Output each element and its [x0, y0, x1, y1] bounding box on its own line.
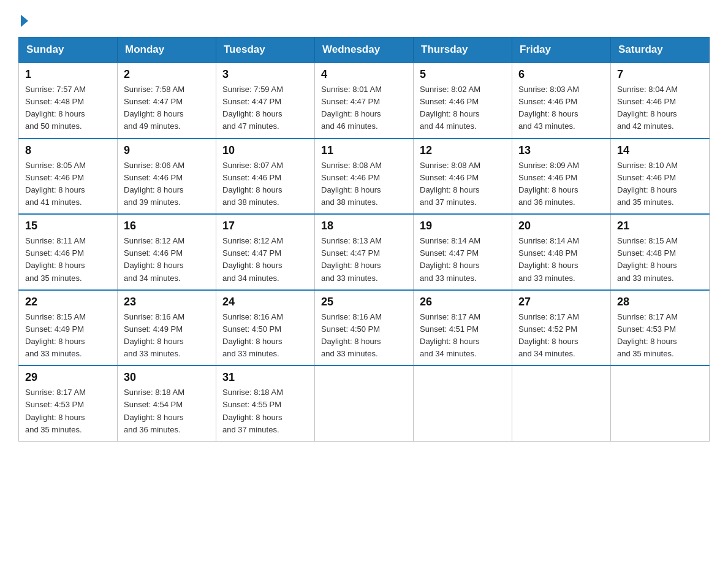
day-info: Sunrise: 8:14 AMSunset: 4:47 PMDaylight:…: [420, 235, 506, 285]
page-header: [18, 12, 710, 25]
header-thursday: Thursday: [414, 37, 512, 63]
day-info: Sunrise: 8:08 AMSunset: 4:46 PMDaylight:…: [420, 159, 506, 209]
calendar-cell: 30Sunrise: 8:18 AMSunset: 4:54 PMDayligh…: [118, 366, 216, 441]
calendar-cell: 6Sunrise: 8:03 AMSunset: 4:46 PMDaylight…: [512, 63, 611, 139]
day-info: Sunrise: 8:18 AMSunset: 4:55 PMDaylight:…: [222, 386, 308, 436]
day-number: 15: [25, 220, 111, 232]
day-info: Sunrise: 8:16 AMSunset: 4:50 PMDaylight:…: [222, 311, 308, 361]
calendar-cell: 1Sunrise: 7:57 AMSunset: 4:48 PMDaylight…: [19, 63, 118, 139]
calendar-cell: 29Sunrise: 8:17 AMSunset: 4:53 PMDayligh…: [19, 366, 118, 441]
day-number: 9: [124, 144, 210, 157]
calendar-header-row: SundayMondayTuesdayWednesdayThursdayFrid…: [19, 37, 710, 63]
calendar-cell: [315, 366, 414, 441]
day-number: 26: [420, 296, 506, 308]
day-info: Sunrise: 8:04 AMSunset: 4:46 PMDaylight:…: [617, 83, 703, 133]
day-number: 12: [420, 144, 506, 157]
calendar-cell: 23Sunrise: 8:16 AMSunset: 4:49 PMDayligh…: [118, 290, 216, 366]
calendar-cell: 22Sunrise: 8:15 AMSunset: 4:49 PMDayligh…: [19, 290, 118, 366]
day-number: 19: [420, 220, 506, 232]
day-info: Sunrise: 8:01 AMSunset: 4:47 PMDaylight:…: [321, 83, 407, 133]
calendar-cell: 17Sunrise: 8:12 AMSunset: 4:47 PMDayligh…: [216, 214, 315, 290]
day-info: Sunrise: 7:59 AMSunset: 4:47 PMDaylight:…: [222, 83, 308, 133]
day-number: 22: [25, 296, 111, 308]
header-friday: Friday: [512, 37, 611, 63]
calendar-cell: 7Sunrise: 8:04 AMSunset: 4:46 PMDaylight…: [611, 63, 710, 139]
day-number: 28: [617, 296, 703, 308]
calendar-cell: 3Sunrise: 7:59 AMSunset: 4:47 PMDaylight…: [216, 63, 315, 139]
calendar-cell: 13Sunrise: 8:09 AMSunset: 4:46 PMDayligh…: [512, 139, 611, 215]
day-info: Sunrise: 8:06 AMSunset: 4:46 PMDaylight:…: [124, 159, 210, 209]
day-info: Sunrise: 8:16 AMSunset: 4:50 PMDaylight:…: [321, 311, 407, 361]
day-info: Sunrise: 7:57 AMSunset: 4:48 PMDaylight:…: [25, 83, 111, 133]
day-info: Sunrise: 8:09 AMSunset: 4:46 PMDaylight:…: [518, 159, 604, 209]
day-number: 25: [321, 296, 407, 308]
calendar-cell: 31Sunrise: 8:18 AMSunset: 4:55 PMDayligh…: [216, 366, 315, 441]
calendar-cell: 25Sunrise: 8:16 AMSunset: 4:50 PMDayligh…: [315, 290, 414, 366]
day-number: 4: [321, 68, 407, 81]
calendar-cell: 8Sunrise: 8:05 AMSunset: 4:46 PMDaylight…: [19, 139, 118, 215]
day-info: Sunrise: 8:12 AMSunset: 4:46 PMDaylight:…: [124, 235, 210, 285]
calendar-cell: 24Sunrise: 8:16 AMSunset: 4:50 PMDayligh…: [216, 290, 315, 366]
calendar-cell: 9Sunrise: 8:06 AMSunset: 4:46 PMDaylight…: [118, 139, 216, 215]
day-number: 21: [617, 220, 703, 232]
day-number: 27: [518, 296, 604, 308]
day-number: 6: [518, 68, 604, 81]
day-info: Sunrise: 8:05 AMSunset: 4:46 PMDaylight:…: [25, 159, 111, 209]
header-sunday: Sunday: [19, 37, 118, 63]
day-number: 7: [617, 68, 703, 81]
calendar-week-row: 8Sunrise: 8:05 AMSunset: 4:46 PMDaylight…: [19, 139, 710, 215]
calendar-cell: 21Sunrise: 8:15 AMSunset: 4:48 PMDayligh…: [611, 214, 710, 290]
day-number: 30: [124, 371, 210, 384]
calendar-cell: 20Sunrise: 8:14 AMSunset: 4:48 PMDayligh…: [512, 214, 611, 290]
day-info: Sunrise: 8:03 AMSunset: 4:46 PMDaylight:…: [518, 83, 604, 133]
day-number: 31: [222, 371, 308, 384]
day-info: Sunrise: 8:17 AMSunset: 4:51 PMDaylight:…: [420, 311, 506, 361]
day-number: 8: [25, 144, 111, 157]
calendar-cell: 11Sunrise: 8:08 AMSunset: 4:46 PMDayligh…: [315, 139, 414, 215]
logo: [18, 12, 28, 25]
day-info: Sunrise: 8:17 AMSunset: 4:53 PMDaylight:…: [617, 311, 703, 361]
calendar-cell: 4Sunrise: 8:01 AMSunset: 4:47 PMDaylight…: [315, 63, 414, 139]
header-monday: Monday: [118, 37, 216, 63]
calendar-cell: 16Sunrise: 8:12 AMSunset: 4:46 PMDayligh…: [118, 214, 216, 290]
calendar-cell: 10Sunrise: 8:07 AMSunset: 4:46 PMDayligh…: [216, 139, 315, 215]
header-saturday: Saturday: [611, 37, 710, 63]
calendar-cell: 28Sunrise: 8:17 AMSunset: 4:53 PMDayligh…: [611, 290, 710, 366]
day-number: 2: [124, 68, 210, 81]
day-number: 13: [518, 144, 604, 157]
day-number: 14: [617, 144, 703, 157]
calendar-week-row: 22Sunrise: 8:15 AMSunset: 4:49 PMDayligh…: [19, 290, 710, 366]
day-number: 24: [222, 296, 308, 308]
day-info: Sunrise: 8:17 AMSunset: 4:52 PMDaylight:…: [518, 311, 604, 361]
day-info: Sunrise: 8:10 AMSunset: 4:46 PMDaylight:…: [617, 159, 703, 209]
day-number: 23: [124, 296, 210, 308]
calendar-cell: [611, 366, 710, 441]
day-info: Sunrise: 8:18 AMSunset: 4:54 PMDaylight:…: [124, 386, 210, 436]
calendar-cell: 19Sunrise: 8:14 AMSunset: 4:47 PMDayligh…: [414, 214, 512, 290]
day-info: Sunrise: 8:15 AMSunset: 4:48 PMDaylight:…: [617, 235, 703, 285]
header-wednesday: Wednesday: [315, 37, 414, 63]
calendar-table: SundayMondayTuesdayWednesdayThursdayFrid…: [18, 37, 710, 442]
day-number: 1: [25, 68, 111, 81]
day-info: Sunrise: 8:12 AMSunset: 4:47 PMDaylight:…: [222, 235, 308, 285]
day-info: Sunrise: 7:58 AMSunset: 4:47 PMDaylight:…: [124, 83, 210, 133]
calendar-cell: 12Sunrise: 8:08 AMSunset: 4:46 PMDayligh…: [414, 139, 512, 215]
calendar-cell: 26Sunrise: 8:17 AMSunset: 4:51 PMDayligh…: [414, 290, 512, 366]
day-number: 10: [222, 144, 308, 157]
day-number: 3: [222, 68, 308, 81]
day-info: Sunrise: 8:15 AMSunset: 4:49 PMDaylight:…: [25, 311, 111, 361]
day-info: Sunrise: 8:07 AMSunset: 4:46 PMDaylight:…: [222, 159, 308, 209]
day-number: 20: [518, 220, 604, 232]
day-info: Sunrise: 8:16 AMSunset: 4:49 PMDaylight:…: [124, 311, 210, 361]
day-info: Sunrise: 8:14 AMSunset: 4:48 PMDaylight:…: [518, 235, 604, 285]
day-info: Sunrise: 8:11 AMSunset: 4:46 PMDaylight:…: [25, 235, 111, 285]
day-info: Sunrise: 8:02 AMSunset: 4:46 PMDaylight:…: [420, 83, 506, 133]
calendar-week-row: 15Sunrise: 8:11 AMSunset: 4:46 PMDayligh…: [19, 214, 710, 290]
day-number: 11: [321, 144, 407, 157]
calendar-cell: 14Sunrise: 8:10 AMSunset: 4:46 PMDayligh…: [611, 139, 710, 215]
calendar-week-row: 1Sunrise: 7:57 AMSunset: 4:48 PMDaylight…: [19, 63, 710, 139]
day-number: 29: [25, 371, 111, 384]
day-number: 17: [222, 220, 308, 232]
day-info: Sunrise: 8:17 AMSunset: 4:53 PMDaylight:…: [25, 386, 111, 436]
calendar-cell: 5Sunrise: 8:02 AMSunset: 4:46 PMDaylight…: [414, 63, 512, 139]
